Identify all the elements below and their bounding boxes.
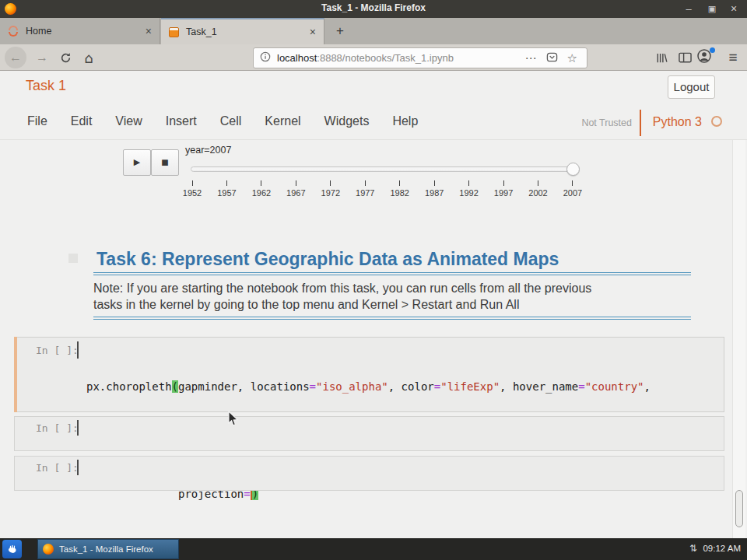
note-text: tasks in the kernel by going to the top … xyxy=(93,298,519,312)
edit-cursor xyxy=(77,420,79,436)
page-actions-icon[interactable]: ⋯ xyxy=(525,51,537,65)
mouse-cursor xyxy=(228,411,240,430)
task-heading: Task 6: Represent Geographic Data as Ani… xyxy=(96,249,559,270)
tab-close-icon[interactable]: × xyxy=(146,25,152,37)
play-button[interactable]: ▶ xyxy=(123,149,151,176)
site-info-icon[interactable] xyxy=(260,51,271,65)
home-icon[interactable]: ⌂ xyxy=(78,47,100,68)
year-slider-handle[interactable] xyxy=(566,163,580,176)
new-tab-button[interactable]: + xyxy=(330,22,350,40)
navigation-bar: ← → ⌂ localhost:8888/notebooks/Task_1.ip… xyxy=(0,44,747,71)
forward-icon[interactable]: → xyxy=(31,47,53,68)
taskbar: Task_1 - Mozilla Firefox ⇅ 09:12 AM xyxy=(0,538,747,560)
reload-icon[interactable] xyxy=(54,47,76,68)
jupyter-page: Task 1 Logout File Edit View Insert Cell… xyxy=(0,72,747,538)
tab-label: Home xyxy=(26,26,146,37)
url-host: localhost xyxy=(277,52,317,64)
clock[interactable]: 09:12 AM xyxy=(703,544,741,553)
notebook-icon xyxy=(169,27,179,37)
menu-help[interactable]: Help xyxy=(392,114,418,128)
empty-code-cell[interactable]: In [ ]: xyxy=(14,456,724,491)
menu-file[interactable]: File xyxy=(27,114,47,128)
kernel-separator xyxy=(640,110,641,136)
firefox-icon xyxy=(43,544,54,555)
window-title: Task_1 - Mozilla Firefox xyxy=(0,2,747,13)
code-line: px.choropleth(gapminder, locations="iso_… xyxy=(86,378,664,396)
menu-widgets[interactable]: Widgets xyxy=(324,114,370,128)
trust-status: Not Trusted xyxy=(581,117,632,128)
scrollbar-track[interactable] xyxy=(732,140,745,538)
code-cell[interactable]: In [ ]: px.choropleth(gapminder, locatio… xyxy=(14,337,724,412)
menu-view[interactable]: View xyxy=(115,114,142,128)
menu-insert[interactable]: Insert xyxy=(166,114,197,128)
close-icon[interactable]: × xyxy=(725,2,742,16)
minimize-icon[interactable]: – xyxy=(680,2,697,16)
url-text: localhost:8888/notebooks/Task_1.ipynb xyxy=(277,52,525,64)
notebook-content: ▶ ■ year=2007 19521957196219671972197719… xyxy=(0,140,747,538)
cell-prompt: In [ ]: xyxy=(36,345,79,356)
edit-cursor xyxy=(77,460,79,475)
account-icon[interactable] xyxy=(696,48,715,67)
tab-home[interactable]: Home × xyxy=(0,18,160,44)
notification-dot xyxy=(710,47,715,53)
tab-task1[interactable]: Task_1 × xyxy=(161,18,324,44)
kernel-name: Python 3 xyxy=(653,115,702,129)
markdown-anchor xyxy=(68,254,78,263)
year-slider-track[interactable] xyxy=(191,166,579,172)
empty-code-cell[interactable]: In [ ]: xyxy=(14,416,724,451)
taskbar-window-button[interactable]: Task_1 - Mozilla Firefox xyxy=(37,539,179,559)
menu-kernel[interactable]: Kernel xyxy=(265,114,300,128)
cell-prompt: In [ ]: xyxy=(36,422,79,434)
pocket-icon[interactable] xyxy=(546,51,558,65)
app-menu-icon[interactable]: ≡ xyxy=(722,47,744,68)
menus: File Edit View Insert Cell Kernel Widget… xyxy=(27,114,418,128)
back-icon[interactable]: ← xyxy=(5,47,26,68)
tab-close-icon[interactable]: × xyxy=(310,26,316,38)
jupyter-icon xyxy=(8,26,19,37)
notebook-title[interactable]: Task 1 xyxy=(26,78,66,94)
tab-bar: Home × Task_1 × + xyxy=(0,18,747,44)
url-bar[interactable]: localhost:8888/notebooks/Task_1.ipynb ⋯ … xyxy=(253,47,587,68)
sidebar-icon[interactable] xyxy=(674,47,696,68)
slider-value-label: year=2007 xyxy=(185,145,231,156)
kernel-indicator xyxy=(711,116,722,127)
selected-cell-strip xyxy=(14,337,17,412)
network-tray-icon[interactable]: ⇅ xyxy=(689,543,697,554)
bookmark-star-icon[interactable]: ☆ xyxy=(567,51,577,65)
divider xyxy=(93,317,691,320)
slider-ticks: 1952195719621967197219771982198719921997… xyxy=(192,180,580,201)
scrollbar-thumb[interactable] xyxy=(735,490,743,527)
window-titlebar: Task_1 - Mozilla Firefox – ▣ × xyxy=(0,0,747,18)
tab-label: Task_1 xyxy=(186,26,310,37)
maximize-icon[interactable]: ▣ xyxy=(703,2,721,16)
menu-bar: File Edit View Insert Cell Kernel Widget… xyxy=(0,105,747,140)
cell-prompt: In [ ]: xyxy=(36,462,79,474)
note-text: Note: If you are starting the notebook f… xyxy=(93,282,591,296)
taskbar-window-label: Task_1 - Mozilla Firefox xyxy=(59,544,153,554)
url-path: :8888/notebooks/Task_1.ipynb xyxy=(317,52,454,64)
logout-button[interactable]: Logout xyxy=(668,75,715,99)
divider xyxy=(93,272,691,275)
edit-cursor xyxy=(77,341,79,359)
menu-cell[interactable]: Cell xyxy=(220,114,242,128)
menu-edit[interactable]: Edit xyxy=(71,114,93,128)
stop-button[interactable]: ■ xyxy=(151,149,179,176)
app-launcher-icon[interactable] xyxy=(2,540,22,558)
library-icon[interactable] xyxy=(651,47,672,68)
